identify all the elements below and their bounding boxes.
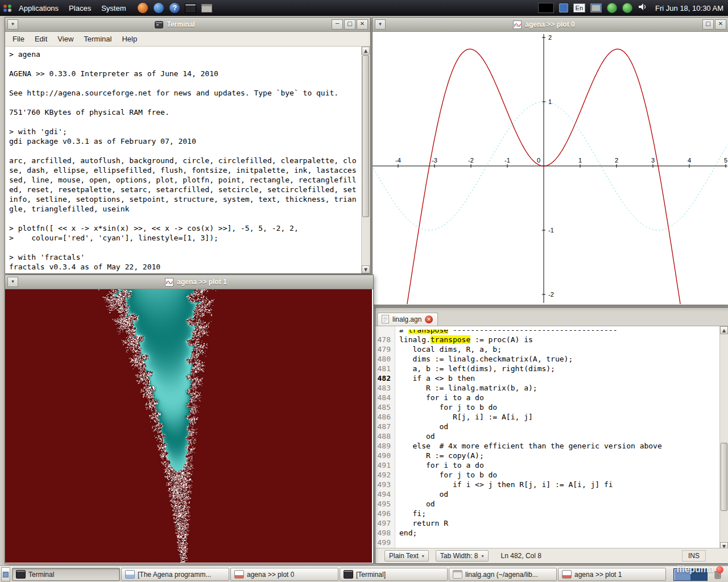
- scroll-up-icon[interactable]: ▲: [362, 47, 370, 55]
- browser-launcher-icon[interactable]: [153, 2, 164, 14]
- terminal-output[interactable]: > agena AGENA >> 0.33.0 Interpreter as o…: [5, 47, 370, 273]
- code-text: linalg.transpose := proc(A) is: [399, 335, 533, 344]
- editor-body[interactable]: # transpose ----------------------------…: [375, 326, 728, 550]
- menu-system[interactable]: System: [97, 1, 130, 15]
- line-number: 497: [375, 518, 395, 528]
- code-line: 491 for i to a do: [375, 460, 720, 470]
- keyboard-layout-indicator[interactable]: En: [573, 3, 585, 13]
- maximize-button[interactable]: □: [344, 19, 355, 30]
- code-text: dims := linalg.checkmatrix(A, true);: [399, 354, 573, 364]
- terminal-menu-view[interactable]: View: [52, 33, 78, 45]
- network-tray-icon[interactable]: [622, 3, 632, 13]
- code-text: R := linalg.matrix(b, a);: [399, 383, 537, 393]
- plot1-titlebar[interactable]: ▾ agena >> plot 1: [5, 275, 373, 289]
- menu-applications[interactable]: Applications: [14, 1, 63, 15]
- taskbar-item-label: [The Agena programm...: [138, 571, 211, 579]
- code-line: 482 if a <> b then: [375, 373, 720, 383]
- taskbar-item[interactable]: [Terminal]: [340, 568, 448, 581]
- display-tray-icon[interactable]: [590, 3, 602, 13]
- svg-text:2: 2: [615, 157, 618, 164]
- plot1-window-title: agena >> plot 1: [177, 278, 226, 286]
- editor-window: linalg.agn ✕ # transpose ---------------…: [375, 307, 728, 564]
- tab-width-selector[interactable]: Tab Width: 8 ▾: [436, 550, 489, 562]
- line-number: 486: [375, 412, 395, 422]
- line-number: 489: [375, 441, 395, 451]
- volume-tray-icon[interactable]: [638, 2, 647, 14]
- code-area[interactable]: # transpose ----------------------------…: [375, 326, 720, 550]
- terminal-icon: [344, 570, 353, 579]
- line-number: 481: [375, 364, 395, 373]
- terminal-launcher-icon[interactable]: [185, 2, 196, 14]
- terminal-scrollbar[interactable]: ▲ ▼: [361, 47, 370, 273]
- home-launcher-icon[interactable]: [137, 2, 148, 14]
- svg-text:3: 3: [651, 157, 655, 164]
- terminal-output-line: > with 'gdi';: [9, 127, 359, 136]
- code-line: 486 R[j, i] := A[i, j]: [375, 412, 720, 422]
- editor-tab[interactable]: linalg.agn ✕: [377, 313, 438, 326]
- clock[interactable]: Fri Jun 18, 10:30 AM: [652, 4, 723, 13]
- maximize-button[interactable]: □: [702, 19, 714, 30]
- notification-tray-icon[interactable]: [559, 3, 568, 13]
- code-text: [399, 538, 404, 547]
- terminal-menu-help[interactable]: Help: [117, 33, 142, 45]
- cursor-position: Ln 482, Col 8: [501, 552, 541, 560]
- code-line: 480 dims := linalg.checkmatrix(A, true);: [375, 354, 720, 364]
- code-text: od: [399, 489, 448, 499]
- terminal-menu-terminal[interactable]: Terminal: [78, 33, 117, 45]
- window-menu-button[interactable]: ▾: [375, 19, 386, 30]
- window-menu-button[interactable]: ▾: [7, 277, 18, 287]
- plot0-titlebar[interactable]: ▾ agena >> plot 0 □ ✕: [373, 18, 728, 32]
- panel-menus: Applications Places System ?: [0, 1, 212, 15]
- line-number: 479: [375, 344, 395, 354]
- terminal-titlebar[interactable]: ▾ Terminal ─ □ ✕: [5, 18, 370, 32]
- function-plot: -4-3-2-11234521-1-20: [373, 32, 727, 304]
- terminal-output-line: gle, trianglefilled, useink: [9, 204, 359, 214]
- editor-scrollbar[interactable]: ▲ ▼: [719, 326, 728, 550]
- scroll-up-icon[interactable]: ▲: [720, 326, 728, 334]
- scrollbar-thumb[interactable]: [362, 55, 369, 217]
- svg-text:0: 0: [537, 157, 540, 164]
- line-number: 490: [375, 451, 395, 460]
- code-line: 485 for j to b do: [375, 402, 720, 412]
- svg-text:-2: -2: [468, 157, 474, 164]
- terminal-window: ▾ Terminal ─ □ ✕ FileEditViewTerminalHel…: [5, 17, 371, 274]
- close-button[interactable]: ✕: [715, 19, 726, 30]
- window-menu-button[interactable]: ▾: [7, 19, 18, 30]
- minimize-button[interactable]: ─: [332, 19, 343, 30]
- line-number: 488: [375, 431, 395, 441]
- code-text: od: [399, 431, 435, 441]
- language-selector[interactable]: Plain Text ▾: [384, 550, 429, 562]
- taskbar-item[interactable]: agena >> plot 1: [558, 568, 666, 581]
- menu-places[interactable]: Places: [64, 1, 96, 15]
- terminal-output-line: fractals v0.3.4 as of May 22, 2010: [9, 262, 359, 272]
- code-line: 498end;: [375, 528, 720, 538]
- code-text: for j to b do: [399, 470, 497, 480]
- terminal-output-line: ed, reset, resetpalette, setarc, setarcf…: [9, 185, 359, 194]
- tab-close-icon[interactable]: ✕: [425, 315, 433, 323]
- line-number: 496: [375, 509, 395, 518]
- update-tray-icon[interactable]: [607, 3, 617, 13]
- taskbar-item-label: agena >> plot 1: [574, 571, 622, 579]
- utility-launcher-icon[interactable]: [201, 2, 212, 14]
- terminal-output-line: [9, 59, 359, 69]
- code-text: local dims, R, a, b;: [399, 344, 502, 354]
- screenshot-tray-icon[interactable]: [538, 3, 554, 13]
- panel-tray: En Fri Jun 18, 10:30 AM: [538, 2, 728, 14]
- help-launcher-icon[interactable]: ?: [169, 2, 180, 14]
- scroll-down-icon[interactable]: ▼: [362, 265, 370, 273]
- show-desktop-button[interactable]: [1, 567, 10, 581]
- terminal-menu-edit[interactable]: Edit: [30, 33, 52, 45]
- taskbar-item[interactable]: agena >> plot 0: [230, 568, 338, 581]
- taskbar-item[interactable]: [The Agena programm...: [121, 568, 229, 581]
- watermark-text: filepuma: [676, 564, 714, 575]
- code-line: 490 R := copy(A);: [375, 451, 720, 460]
- text-file-icon: [382, 315, 389, 323]
- taskbar-item[interactable]: linalg.agn (~/agena/lib...: [449, 568, 557, 581]
- close-button[interactable]: ✕: [357, 19, 368, 30]
- terminal-output-line: > agena: [9, 49, 359, 59]
- svg-text:5: 5: [724, 157, 727, 164]
- chevron-down-icon: ▾: [482, 554, 484, 559]
- terminal-menu-file[interactable]: File: [7, 33, 30, 45]
- taskbar-item[interactable]: Terminal: [12, 568, 120, 581]
- scrollbar-thumb[interactable]: [721, 443, 727, 511]
